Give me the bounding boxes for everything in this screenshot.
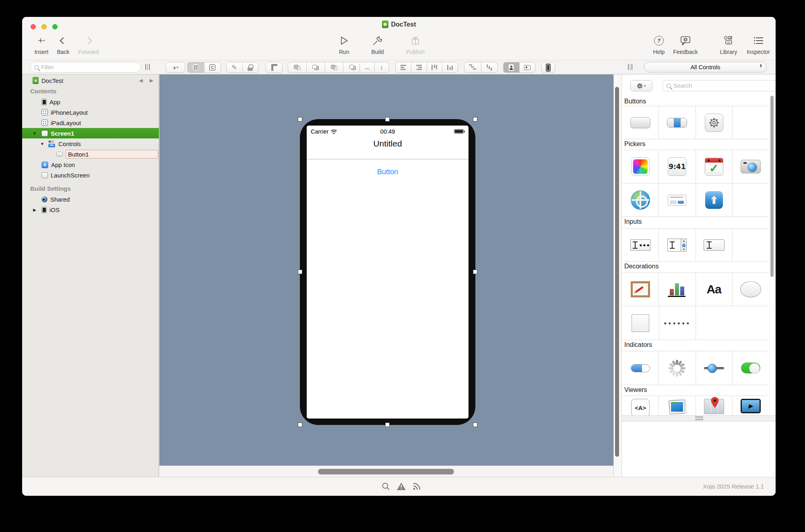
library-item-movie-player[interactable] (733, 396, 769, 415)
canvas-vertical-scrollbar[interactable] (613, 74, 621, 477)
navigator-item-launchscreen[interactable]: LaunchScreen (22, 170, 159, 180)
library-item-settings-button[interactable] (696, 106, 733, 139)
ruler-button[interactable] (266, 62, 283, 73)
library-button[interactable]: OK Library (712, 35, 745, 55)
iphone-screen[interactable]: Carrier 00:49 Untitled Button (307, 126, 469, 419)
forward-button[interactable]: Forward (72, 35, 105, 55)
horizontal-scroll-thumb[interactable] (318, 469, 454, 474)
library-item-separator[interactable]: ●●●●●● (659, 306, 696, 340)
library-item-share-panel[interactable] (696, 184, 733, 217)
align-right-button[interactable] (411, 62, 427, 72)
library-item-password-field[interactable]: ●●● (622, 229, 659, 261)
iphone-mockup[interactable]: Carrier 00:49 Untitled Button (300, 119, 475, 425)
portrait-orientation-button[interactable] (504, 62, 520, 72)
navigator-item-ios[interactable]: iOS (22, 204, 159, 215)
library-item-location[interactable] (622, 184, 659, 217)
canvas-horizontal-scrollbar[interactable] (159, 466, 613, 477)
disclosure-triangle[interactable] (40, 142, 44, 146)
navigator-item-iphonelayout[interactable]: iPhoneLayout (22, 107, 159, 118)
navigator-item-ipadlayout[interactable]: iPadLayout (22, 118, 159, 128)
vertical-scroll-thumb[interactable] (615, 87, 619, 457)
warnings-panel-icon[interactable] (396, 482, 406, 492)
send-to-back-button[interactable] (325, 62, 344, 72)
navigator-item-button1[interactable]: Button1 (22, 149, 159, 159)
find-panel-icon[interactable] (382, 482, 390, 492)
library-item-color-picker[interactable] (622, 150, 659, 183)
selection-handle-mid-left[interactable] (298, 270, 302, 274)
align-top-button[interactable] (427, 62, 443, 72)
code-view-button[interactable] (204, 62, 221, 72)
library-item-text-field[interactable] (696, 229, 733, 261)
selection-handle-top-right[interactable] (473, 117, 477, 122)
selection-handle-bottom-right[interactable] (473, 423, 477, 427)
bring-to-front-button[interactable] (288, 62, 307, 72)
align-bottom-button[interactable] (442, 62, 458, 72)
selection-handle-mid-right[interactable] (473, 270, 477, 274)
layout-canvas[interactable]: Carrier 00:49 Untitled Button (159, 74, 613, 466)
layout-view-button[interactable] (188, 62, 204, 72)
rename-edit-field[interactable]: Button1 (66, 150, 158, 159)
device-button[interactable] (541, 62, 555, 73)
navigator-item-app[interactable]: App (22, 97, 159, 107)
library-width-grip[interactable] (628, 64, 634, 70)
navigator-width-grip[interactable] (145, 64, 151, 70)
library-item-html-viewer[interactable]: <A> (622, 396, 659, 415)
inspector-button[interactable]: Inspector (741, 35, 775, 55)
navigator-item-project[interactable]: DocTest ◀ ▶ (22, 75, 159, 86)
navigator-item-screen1[interactable]: Screen1 (22, 128, 159, 138)
selection-handle-top-center[interactable] (385, 117, 390, 122)
run-button[interactable]: Run (327, 35, 361, 55)
navigator-forward-icon[interactable]: ▶ (150, 78, 153, 83)
library-item-chart[interactable] (659, 273, 696, 306)
resize-horizontal-button[interactable]: ↔ (360, 62, 375, 72)
navigator-item-controls[interactable]: Controls (22, 138, 159, 149)
publish-button[interactable]: Publish (398, 35, 432, 55)
library-item-camera[interactable] (733, 150, 769, 183)
library-item-image-viewer[interactable] (659, 396, 696, 415)
resize-vertical-button[interactable]: ↕ (375, 62, 389, 72)
library-item-rectangle[interactable] (622, 306, 659, 340)
send-backward-button[interactable] (343, 62, 361, 72)
bring-forward-button[interactable] (307, 62, 325, 72)
navigator-item-shared[interactable]: Shared (22, 194, 159, 204)
library-settings-button[interactable]: ▾ (630, 80, 652, 91)
selection-handle-bottom-center[interactable] (385, 423, 390, 427)
disclosure-triangle[interactable] (33, 131, 37, 136)
align-left-button[interactable] (396, 62, 411, 72)
library-item-activity-indicator[interactable] (659, 351, 696, 385)
feedback-button[interactable]: Feedback (669, 35, 702, 55)
library-item-segmented-button[interactable] (659, 106, 696, 139)
space-horizontally-button[interactable] (464, 62, 481, 72)
lock-button[interactable] (243, 62, 258, 72)
library-item-number-field[interactable]: ▲▼ (659, 229, 696, 261)
library-item-button[interactable] (622, 106, 659, 139)
disclosure-triangle[interactable] (33, 208, 37, 212)
selection-handle-bottom-left[interactable] (298, 423, 302, 427)
library-item-map-viewer[interactable] (696, 396, 733, 415)
build-button[interactable]: Build (361, 35, 394, 55)
add-control-menu-button[interactable]: +▾ (166, 62, 185, 73)
library-item-switch[interactable] (733, 351, 769, 385)
library-search-input[interactable] (673, 82, 776, 89)
library-scrollbar-thumb[interactable] (770, 96, 774, 277)
feed-panel-icon[interactable] (413, 482, 421, 492)
library-item-label[interactable]: Aa (696, 273, 733, 306)
filter-input[interactable] (41, 64, 137, 70)
library-item-message-box[interactable] (659, 184, 696, 217)
library-item-slider[interactable] (696, 351, 733, 385)
navigator-back-icon[interactable]: ◀ (139, 78, 143, 83)
library-item-canvas[interactable] (622, 273, 659, 306)
selection-handle-top-left[interactable] (298, 117, 302, 122)
landscape-orientation-button[interactable] (520, 62, 535, 72)
library-item-date-picker[interactable]: ✓ (696, 150, 733, 183)
library-search-field[interactable] (663, 80, 776, 91)
library-filter-popup[interactable]: All Controls ▲▼ (644, 62, 767, 72)
library-item-time-picker[interactable]: 9:41 (659, 150, 696, 183)
library-item-progress-bar[interactable] (622, 351, 659, 385)
navigator-filter-field[interactable] (30, 62, 141, 72)
space-vertically-button[interactable] (481, 62, 498, 72)
button-control[interactable]: Button (307, 168, 469, 176)
library-splitter[interactable] (622, 415, 776, 421)
edit-mode-button[interactable] (227, 62, 243, 72)
navigator-item-app-icon[interactable]: App Icon (22, 159, 159, 170)
